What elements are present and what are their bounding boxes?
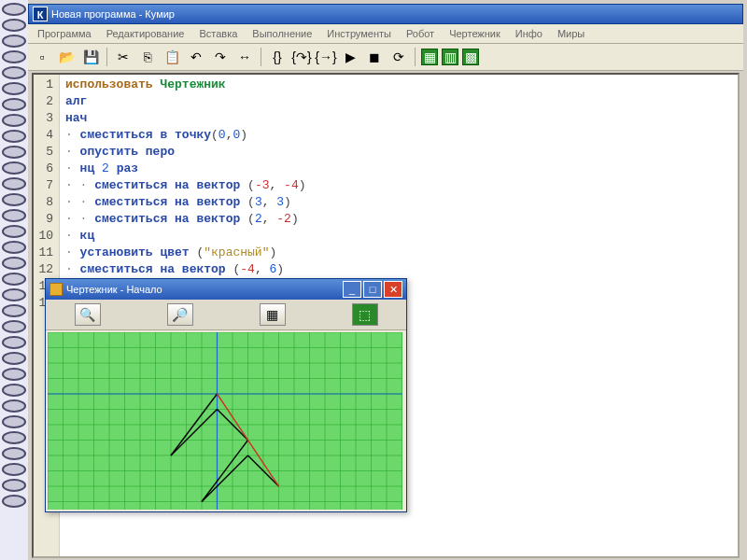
notebook-spiral [0, 0, 28, 560]
segment [202, 455, 248, 502]
grid-button[interactable]: ▦ [260, 303, 286, 326]
reload-icon[interactable]: ⟳ [388, 47, 409, 67]
menu-Программа[interactable]: Программа [32, 26, 97, 41]
home-button[interactable]: ⬚ [352, 303, 378, 326]
code-line-10[interactable]: · кц [65, 228, 732, 245]
main-toolbar: ▫📂💾✂⎘📋↶↷↔{}{↷}{→}▶◼⟳▦▥▩ [28, 44, 743, 71]
stop-icon[interactable]: ◼ [364, 47, 385, 67]
app-icon: К [33, 7, 48, 21]
drawer-window[interactable]: Чертежник - Начало _ □ ✕ 🔍 🔎 ▦ ⬚ [45, 278, 407, 512]
menu-Выполнение[interactable]: Выполнение [247, 26, 317, 41]
save-icon[interactable]: 💾 [80, 47, 101, 67]
code-line-6[interactable]: · нц 2 раз [65, 161, 732, 177]
paste-icon[interactable]: 📋 [162, 47, 182, 67]
drawer-titlebar[interactable]: Чертежник - Начало _ □ ✕ [46, 279, 406, 300]
app-title: Новая программа - Кумир [51, 8, 175, 20]
minimize-button[interactable]: _ [343, 281, 361, 298]
canvas-wrap [46, 330, 406, 511]
drawer-canvas[interactable] [48, 332, 402, 510]
redo-icon[interactable]: ↷ [210, 47, 231, 67]
menu-Миры[interactable]: Миры [552, 26, 590, 41]
drawer-title: Чертежник - Начало [66, 284, 162, 295]
new-icon[interactable]: ▫ [32, 47, 52, 67]
grid2-icon[interactable]: ▥ [442, 49, 458, 65]
code-line-5[interactable]: · опустить перо [65, 144, 732, 161]
menu-Чертежник[interactable]: Чертежник [444, 26, 506, 41]
drawer-toolbar: 🔍 🔎 ▦ ⬚ [46, 300, 406, 330]
close-button[interactable]: ✕ [384, 281, 402, 298]
menu-Вставка[interactable]: Вставка [193, 26, 243, 41]
menu-Инфо[interactable]: Инфо [510, 26, 548, 41]
maximize-button[interactable]: □ [363, 281, 382, 298]
menu-Редактирование[interactable]: Редактирование [101, 26, 190, 41]
segment [171, 410, 218, 456]
copy-icon[interactable]: ⎘ [137, 47, 158, 67]
toggle-icon[interactable]: ↔ [234, 47, 255, 67]
zoom-in-button[interactable]: 🔍 [75, 303, 101, 326]
code-line-11[interactable]: · установить цвет ("красный") [65, 245, 732, 261]
code-line-2[interactable]: алг [65, 93, 732, 110]
grid3-icon[interactable]: ▩ [462, 49, 479, 65]
zoom-out-button[interactable]: 🔎 [167, 303, 193, 326]
undo-icon[interactable]: ↶ [186, 47, 206, 67]
code-line-8[interactable]: · · сместиться на вектор (3, 3) [65, 194, 732, 211]
menubar: ПрограммаРедактированиеВставкаВыполнение… [28, 24, 743, 44]
code-line-12[interactable]: · сместиться на вектор (-4, 6) [65, 261, 732, 278]
code-line-1[interactable]: использовать Чертежник [65, 77, 732, 93]
cut-icon[interactable]: ✂ [113, 47, 134, 67]
code-line-3[interactable]: нач [65, 110, 732, 127]
grid1-icon[interactable]: ▦ [421, 49, 438, 65]
code-line-7[interactable]: · · сместиться на вектор (-3, -4) [65, 177, 732, 194]
drawer-icon [49, 283, 63, 296]
step-over-icon[interactable]: {↷} [291, 47, 312, 67]
main-titlebar: К Новая программа - Кумир [28, 4, 743, 24]
code-line-9[interactable]: · · сместиться на вектор (2, -2) [65, 211, 732, 228]
open-icon[interactable]: 📂 [56, 47, 77, 67]
run-icon[interactable]: ▶ [340, 47, 360, 67]
step-out-icon[interactable]: {→} [316, 47, 336, 67]
menu-Робот[interactable]: Робот [401, 26, 440, 41]
code-line-4[interactable]: · сместиться в точку(0,0) [65, 127, 732, 144]
menu-Инструменты[interactable]: Инструменты [321, 26, 397, 41]
step-in-icon[interactable]: {} [267, 47, 288, 67]
